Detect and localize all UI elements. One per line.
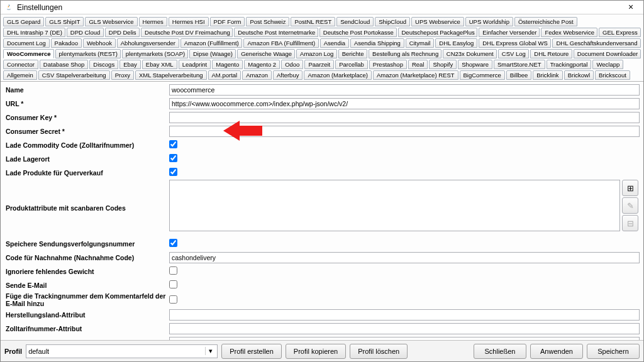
sende-email-checkbox[interactable] bbox=[169, 280, 177, 288]
tab-bigcommerce[interactable]: BigCommerce bbox=[460, 70, 505, 80]
tab-trackingportal[interactable]: Trackingportal bbox=[547, 60, 592, 69]
tab-plentymarkets-soap-[interactable]: plentymarkets (SOAP) bbox=[122, 49, 188, 58]
tab-postnl-rest[interactable]: PostNL REST bbox=[291, 17, 335, 26]
tab-hermes[interactable]: Hermes bbox=[139, 17, 167, 26]
tab-abholungsversender[interactable]: Abholungsversender bbox=[117, 38, 179, 48]
tab-leadprint[interactable]: Leadprint bbox=[179, 60, 211, 69]
tab-citymail[interactable]: Citymail bbox=[406, 38, 435, 48]
tab-dipse-waage-[interactable]: Dipse (Waage) bbox=[189, 49, 236, 58]
consumer-secret-input[interactable] bbox=[169, 126, 640, 137]
tab-allgemein[interactable]: Allgemein bbox=[3, 70, 37, 80]
tab-document-log[interactable]: Document Log bbox=[3, 38, 50, 48]
tab-csv-log[interactable]: CSV Log bbox=[498, 49, 530, 58]
tab-webhook[interactable]: Webhook bbox=[83, 38, 116, 48]
tab-deutsche-post-internetmarke[interactable]: Deutsche Post Internetmarke bbox=[234, 28, 318, 37]
tab-deutsche-post-dv-freimachung[interactable]: Deutsche Post DV Freimachung bbox=[141, 28, 233, 37]
tab-deutschepost-packageplus[interactable]: Deutschepost PackagePlus bbox=[398, 28, 478, 37]
tab-amazon[interactable]: Amazon bbox=[242, 70, 272, 80]
tab-dhl-easylog[interactable]: DHL Easylog bbox=[435, 38, 477, 48]
tab-dhl-intraship-7-de-[interactable]: DHL Intraship 7 (DE) bbox=[3, 28, 65, 37]
ignoriere-gewicht-checkbox[interactable] bbox=[169, 266, 177, 275]
tab-connector[interactable]: Connector bbox=[3, 60, 38, 69]
tab-shopify[interactable]: Shopify bbox=[429, 60, 457, 69]
speichere-tracking-checkbox[interactable] bbox=[169, 239, 177, 247]
tab--sterreichische-post[interactable]: Österreichische Post bbox=[514, 17, 577, 26]
tab-gel-express[interactable]: GEL Express bbox=[599, 28, 641, 37]
tab-amazon-fulfillment-[interactable]: Amazon (Fulfillment) bbox=[180, 38, 243, 48]
tab-afterbuy[interactable]: Afterbuy bbox=[273, 70, 303, 80]
tab-amazon-fba-fulfillment-[interactable]: Amazon FBA (Fulfillment) bbox=[243, 38, 318, 48]
tab-sendcloud[interactable]: SendCloud bbox=[336, 17, 374, 26]
tab-plentymarkets-rest-[interactable]: plentymarkets (REST) bbox=[55, 49, 121, 58]
tab-amazon-marketplace-rest[interactable]: Amazon (Marketplace) REST bbox=[373, 70, 458, 80]
herstellungsland-input[interactable] bbox=[169, 309, 640, 321]
tab-am-portal[interactable]: AM.portal bbox=[208, 70, 242, 80]
name-input[interactable] bbox=[169, 84, 640, 96]
tab-csv-stapelverarbeitung[interactable]: CSV Stapelverarbeitung bbox=[38, 70, 110, 80]
tab-dpd-delis[interactable]: DPD Delis bbox=[105, 28, 140, 37]
tab-prestashop[interactable]: Prestashop bbox=[369, 60, 407, 69]
tab-bricklink[interactable]: Bricklink bbox=[533, 70, 562, 80]
tab-cn23x-dokument[interactable]: CN23x Dokument bbox=[443, 49, 497, 58]
lade-commodity-checkbox[interactable] bbox=[169, 140, 177, 148]
tab-gls-gepard[interactable]: GLS Gepard bbox=[3, 17, 44, 26]
tab-parcellab[interactable]: Parcellab bbox=[335, 60, 368, 69]
lade-lagerort-checkbox[interactable] bbox=[169, 154, 177, 162]
tab-ups-worldship[interactable]: UPS Worldship bbox=[465, 17, 513, 26]
edit-attribute-button[interactable]: ✎ bbox=[622, 197, 638, 214]
tab-bestellung-als-rechnung[interactable]: Bestellung als Rechnung bbox=[369, 49, 441, 58]
tab-deutsche-post-portokasse[interactable]: Deutsche Post Portokasse bbox=[319, 28, 397, 37]
remove-attribute-button[interactable]: ⊟ bbox=[622, 215, 638, 231]
tab-smartstore-net[interactable]: SmartStore.NET bbox=[494, 60, 545, 69]
tab-dhl-express-global-ws[interactable]: DHL Express Global WS bbox=[479, 38, 551, 48]
tab-shipcloud[interactable]: ShipCloud bbox=[375, 17, 410, 26]
anwenden-button[interactable]: Anwenden bbox=[530, 344, 583, 359]
tab-database-shop[interactable]: Database Shop bbox=[40, 60, 89, 69]
tab-ups-webservice[interactable]: UPS Webservice bbox=[411, 17, 464, 26]
tab-fedex-webservice[interactable]: Fedex Webservice bbox=[541, 28, 597, 37]
close-button[interactable]: × bbox=[622, 2, 640, 13]
tab-asendia[interactable]: Asendia bbox=[320, 38, 349, 48]
tab-xml-stapelverarbeitung[interactable]: XML Stapelverarbeitung bbox=[135, 70, 207, 80]
tab-hermes-hsi[interactable]: Hermes HSI bbox=[169, 17, 209, 26]
produktattribute-listbox[interactable] bbox=[169, 180, 620, 231]
profil-select[interactable]: default ▾ bbox=[26, 344, 218, 358]
tab-pakadoo[interactable]: Pakadoo bbox=[51, 38, 82, 48]
tab-pdf-form[interactable]: PDF Form bbox=[210, 17, 245, 26]
tab-brickscout[interactable]: Brickscout bbox=[595, 70, 630, 80]
tab-brickowl[interactable]: Brickowl bbox=[564, 70, 594, 80]
tab-dpd-cloud[interactable]: DPD Cloud bbox=[67, 28, 104, 37]
tab-berichte[interactable]: Berichte bbox=[338, 49, 367, 58]
tab-real[interactable]: Real bbox=[408, 60, 428, 69]
tab-asendia-shipping[interactable]: Asendia Shipping bbox=[350, 38, 404, 48]
profil-erstellen-button[interactable]: Profil erstellen bbox=[221, 344, 282, 359]
tab-billbee[interactable]: Billbee bbox=[506, 70, 532, 80]
hersteller-input[interactable] bbox=[169, 337, 640, 341]
tab-post-schweiz[interactable]: Post Schweiz bbox=[246, 17, 289, 26]
tab-magento-2[interactable]: Magento 2 bbox=[244, 60, 280, 69]
zolltarif-input[interactable] bbox=[169, 323, 640, 334]
tab-amazon-log[interactable]: Amazon Log bbox=[296, 49, 337, 58]
nachnahme-code-input[interactable] bbox=[169, 252, 640, 263]
tab-woocommerce[interactable]: WooCommerce bbox=[3, 49, 54, 58]
speichern-button[interactable]: Speichern bbox=[587, 344, 640, 359]
tab-proxy[interactable]: Proxy bbox=[111, 70, 134, 80]
schliessen-button[interactable]: Schließen bbox=[474, 344, 526, 359]
tab-magento[interactable]: Magento bbox=[212, 60, 243, 69]
profil-kopieren-button[interactable]: Profil kopieren bbox=[286, 344, 346, 359]
tab-generische-waage[interactable]: Generische Waage bbox=[237, 49, 295, 58]
fuge-tracking-checkbox[interactable] bbox=[169, 295, 177, 304]
tab-paarzeit[interactable]: Paarzeit bbox=[304, 60, 334, 69]
tab-document-downloader[interactable]: Document Downloader bbox=[574, 49, 641, 58]
tab-dhl-gesch-ftskundenversand[interactable]: DHL Geschäftskundenversand bbox=[552, 38, 641, 48]
tab-ebay-xml[interactable]: Ebay XML bbox=[142, 60, 177, 69]
lade-produkte-checkbox[interactable] bbox=[169, 168, 177, 176]
tab-gls-shipit[interactable]: GLS ShipIT bbox=[45, 17, 84, 26]
tab-ebay[interactable]: Ebay bbox=[119, 60, 141, 69]
tab-dhl-retoure[interactable]: DHL Retoure bbox=[530, 49, 572, 58]
url-input[interactable] bbox=[169, 98, 640, 109]
tab-odoo[interactable]: Odoo bbox=[281, 60, 303, 69]
consumer-key-input[interactable] bbox=[169, 112, 640, 123]
tab-discogs[interactable]: Discogs bbox=[89, 60, 118, 69]
tab-einfacher-versender[interactable]: Einfacher Versender bbox=[479, 28, 540, 37]
